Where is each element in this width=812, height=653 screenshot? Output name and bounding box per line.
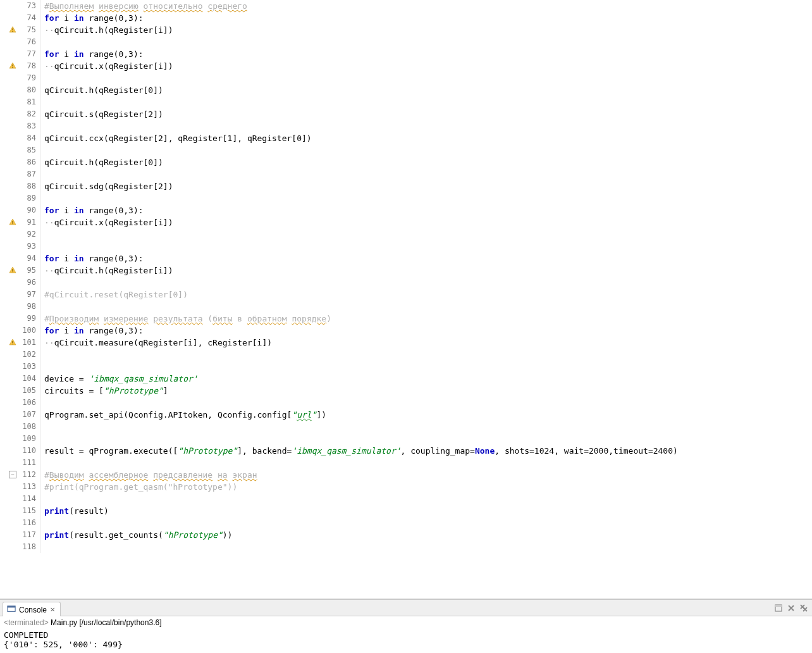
console-tab-close[interactable]: ✕: [50, 606, 55, 613]
console-tab-bar: Console ✕: [0, 600, 812, 616]
code-content[interactable]: #qCircuit.reset(qRegister[0]): [40, 289, 188, 301]
code-line[interactable]: 89: [0, 192, 812, 204]
code-line[interactable]: 96: [0, 277, 812, 289]
code-line[interactable]: 83: [0, 120, 812, 132]
close-console-button[interactable]: [785, 602, 797, 614]
line-number: 89: [0, 192, 40, 204]
code-content[interactable]: print(result): [40, 505, 109, 517]
code-line[interactable]: 117print(result.get_counts("hPrototype")…: [0, 529, 812, 541]
code-line[interactable]: 103: [0, 361, 812, 373]
code-content[interactable]: #Выполняем инверсию относительно среднег…: [40, 0, 247, 12]
code-content[interactable]: ··qCircuit.measure(qRegister[i], cRegist…: [40, 337, 272, 349]
code-line[interactable]: 104device = 'ibmqx_qasm_simulator': [0, 373, 812, 385]
console-tab[interactable]: Console ✕: [3, 602, 61, 616]
code-line[interactable]: 114: [0, 493, 812, 505]
code-line[interactable]: 92: [0, 228, 812, 240]
line-number: 77: [0, 48, 40, 60]
line-number: 100: [0, 325, 40, 337]
code-content[interactable]: result = qProgram.execute(["hPrototype"]…: [40, 445, 678, 457]
code-line[interactable]: 111: [0, 457, 812, 469]
code-line[interactable]: 99#Производим измерение результата (биты…: [0, 313, 812, 325]
code-line[interactable]: 81: [0, 96, 812, 108]
code-line[interactable]: 85: [0, 144, 812, 156]
code-content[interactable]: qCircuit.h(qRegister[0]): [40, 84, 163, 96]
code-content[interactable]: ··qCircuit.x(qRegister[i]): [40, 60, 173, 72]
code-line[interactable]: 74for i in range(0,3):: [0, 12, 812, 24]
code-line[interactable]: 76: [0, 36, 812, 48]
code-line[interactable]: 97#qCircuit.reset(qRegister[0]): [0, 289, 812, 301]
code-line[interactable]: 75··qCircuit.h(qRegister[i]): [0, 24, 812, 36]
code-line[interactable]: 118: [0, 541, 812, 553]
console-output[interactable]: COMPLETED {'010': 525, '000': 499}: [0, 629, 812, 653]
code-line[interactable]: 73#Выполняем инверсию относительно средн…: [0, 0, 812, 12]
code-content[interactable]: #Производим измерение результата (биты в…: [40, 313, 331, 325]
code-line[interactable]: 84qCircuit.ccx(qRegister[2], qRegister[1…: [0, 132, 812, 144]
code-content[interactable]: qCircuit.s(qRegister[2]): [40, 108, 163, 120]
console-tab-label: Console: [19, 606, 47, 614]
code-line[interactable]: 88qCircuit.sdg(qRegister[2]): [0, 180, 812, 192]
code-line[interactable]: 98: [0, 301, 812, 313]
svg-rect-6: [12, 269, 13, 271]
code-content[interactable]: for i in range(0,3):: [40, 325, 144, 337]
code-content[interactable]: device = 'ibmqx_qasm_simulator': [40, 373, 198, 385]
code-content[interactable]: qCircuit.ccx(qRegister[2], qRegister[1],…: [40, 132, 312, 144]
code-line[interactable]: 77for i in range(0,3):: [0, 48, 812, 60]
line-number: 92: [0, 228, 40, 240]
fold-toggle[interactable]: −: [9, 471, 16, 478]
console-process-path: Main.py [/usr/local/bin/python3.6]: [49, 618, 162, 627]
warning-icon: [9, 218, 16, 226]
code-line[interactable]: 113#print(qProgram.get_qasm("hPrototype"…: [0, 481, 812, 493]
line-number: 103: [0, 361, 40, 373]
line-number: 105: [0, 385, 40, 397]
code-content[interactable]: for i in range(0,3):: [40, 252, 144, 264]
code-line[interactable]: 82qCircuit.s(qRegister[2]): [0, 108, 812, 120]
line-number: 118: [0, 541, 40, 553]
code-line[interactable]: 91··qCircuit.x(qRegister[i]): [0, 216, 812, 228]
line-number: 90: [0, 204, 40, 216]
code-content[interactable]: qCircuit.h(qRegister[0]): [40, 156, 163, 168]
pin-console-button[interactable]: [773, 602, 784, 614]
code-line[interactable]: 106: [0, 397, 812, 409]
code-content[interactable]: #print(qProgram.get_qasm("hPrototype")): [40, 481, 237, 493]
line-number: 104: [0, 373, 40, 385]
line-number: 94: [0, 252, 40, 264]
code-line[interactable]: 94for i in range(0,3):: [0, 252, 812, 264]
line-number: 96: [0, 277, 40, 289]
code-content[interactable]: ··qCircuit.h(qRegister[i]): [40, 264, 173, 277]
code-content[interactable]: ··qCircuit.x(qRegister[i]): [40, 216, 173, 228]
code-content[interactable]: for i in range(0,3):: [40, 204, 144, 216]
code-line[interactable]: 95··qCircuit.h(qRegister[i]): [0, 264, 812, 277]
code-line[interactable]: 101··qCircuit.measure(qRegister[i], cReg…: [0, 337, 812, 349]
code-line[interactable]: 109: [0, 433, 812, 445]
code-line[interactable]: 110result = qProgram.execute(["hPrototyp…: [0, 445, 812, 457]
code-line[interactable]: 93: [0, 240, 812, 252]
code-content[interactable]: #Выводим ассемблерное предсавление на эк…: [40, 469, 257, 481]
code-line[interactable]: 100for i in range(0,3):: [0, 325, 812, 337]
code-line[interactable]: 108: [0, 421, 812, 433]
line-number: 88: [0, 180, 40, 192]
code-line[interactable]: 105circuits = ["hPrototype"]: [0, 385, 812, 397]
code-line[interactable]: 80qCircuit.h(qRegister[0]): [0, 84, 812, 96]
code-content[interactable]: for i in range(0,3):: [40, 48, 144, 60]
code-line[interactable]: 112−#Выводим ассемблерное предсавление н…: [0, 469, 812, 481]
code-line[interactable]: 116: [0, 517, 812, 529]
code-content[interactable]: qCircuit.sdg(qRegister[2]): [40, 180, 173, 192]
line-number: 116: [0, 517, 40, 529]
code-line[interactable]: 107qProgram.set_api(Qconfig.APItoken, Qc…: [0, 409, 812, 421]
code-line[interactable]: 90for i in range(0,3):: [0, 204, 812, 216]
code-line[interactable]: 102: [0, 349, 812, 361]
code-content[interactable]: ··qCircuit.h(qRegister[i]): [40, 24, 173, 36]
code-content[interactable]: circuits = ["hPrototype"]: [40, 385, 168, 397]
code-content[interactable]: qProgram.set_api(Qconfig.APItoken, Qconf…: [40, 409, 326, 421]
code-line[interactable]: 78··qCircuit.x(qRegister[i]): [0, 60, 812, 72]
code-line[interactable]: 86qCircuit.h(qRegister[0]): [0, 156, 812, 168]
line-number: 107: [0, 409, 40, 421]
code-editor[interactable]: 73#Выполняем инверсию относительно средн…: [0, 0, 812, 599]
code-line[interactable]: 79: [0, 72, 812, 84]
close-all-consoles-button[interactable]: [798, 602, 809, 614]
code-line[interactable]: 115print(result): [0, 505, 812, 517]
code-content[interactable]: print(result.get_counts("hPrototype")): [40, 529, 232, 541]
code-content[interactable]: for i in range(0,3):: [40, 12, 144, 24]
line-number: 83: [0, 120, 40, 132]
code-line[interactable]: 87: [0, 168, 812, 180]
